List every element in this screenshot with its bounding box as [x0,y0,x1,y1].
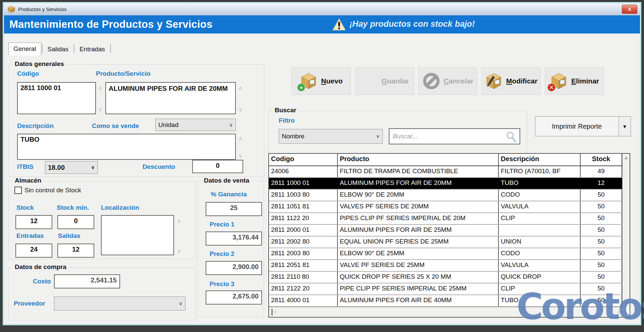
itbis-dropdown[interactable]: 18.00 ∨ [45,161,98,174]
close-button[interactable]: X [622,5,637,14]
spinner-up-icon[interactable]: ∧ [97,85,104,91]
cell-descripcion: TUBO [499,178,581,189]
column-header-2[interactable]: Descripción [499,154,581,165]
spinner-down-icon[interactable]: ∨ [175,248,183,254]
table-row[interactable]: 2811 2003 80ELBOW 90° DE 25MMCODO50 [269,248,622,260]
spinner-up-icon[interactable]: ∧ [237,85,244,91]
eliminar-button[interactable]: ✕ Eliminar [545,67,604,95]
cell-codigo: 2811 2051 81 [269,260,338,271]
stock-min-input[interactable]: 0 [57,215,94,229]
chevron-down-icon: ∨ [91,164,95,171]
precio2-input[interactable]: 2,900.00 [206,261,262,275]
table-row[interactable]: 2811 1051 81VALVES PF SERIES DE 20MMVALV… [269,201,622,213]
table-row[interactable]: 2811 2002 80EQUAL UNION PF SERIES DE 25M… [269,237,622,248]
como-se-vende-dropdown[interactable]: Unidad ∨ [155,119,236,131]
box-add-icon: + [300,72,318,90]
cell-codigo: 2811 2110 80 [269,272,338,283]
entradas-input[interactable]: 24 [15,244,52,258]
column-header-1[interactable]: Producto [338,154,499,165]
descripcion-label: Descripción [17,122,54,130]
column-header-0[interactable]: Codigo [269,154,338,165]
cell-codigo: 2811 2003 80 [269,248,338,259]
filtro-dropdown[interactable]: Nombre ∨ [279,129,383,144]
tab-entradas[interactable]: Entradas [75,43,110,56]
print-dropdown-arrow[interactable]: ▼ [619,117,631,136]
sin-control-label: Sin control de Stock [24,187,81,194]
itbis-label: ITBIS [17,163,34,171]
producto-input[interactable]: ALUMINUM PIPES FOR AIR DE 20MM [105,82,236,114]
spinner-down-icon[interactable]: ∨ [237,153,244,159]
sin-control-checkbox[interactable] [14,187,22,194]
descuento-input[interactable]: 0 [192,160,243,173]
vertical-scrollbar[interactable]: ∧ ∨ [622,154,630,307]
spinner-down-icon[interactable]: ∨ [97,107,104,113]
descripcion-input[interactable]: TUBO [17,134,236,160]
table-row[interactable]: 2811 1000 01ALUMINUM PIPES FOR AIR DE 20… [269,178,622,190]
tab-separator [42,44,42,53]
stock-input[interactable]: 12 [15,215,52,229]
chevron-down-icon: ∨ [229,122,233,128]
app-box-icon [7,6,15,13]
table-row[interactable]: 2811 2110 80QUICK DROP PF SERIES 25 X 20… [269,272,622,283]
producto-label: Producto/Servicio [96,70,151,77]
tab-salidas[interactable]: Salidas [43,43,73,56]
table-row[interactable]: 2811 1122 20PIPES CLIP PF SERIES IMPERIA… [269,213,622,225]
scroll-up-icon[interactable]: ∧ [624,155,628,160]
precio3-input[interactable]: 2,675.00 [206,290,262,305]
modificar-button[interactable]: Modificar [481,67,541,95]
precio1-input[interactable]: 3,176.44 [206,231,262,246]
costo-input[interactable]: 2,541.15 [54,274,120,288]
table-row[interactable]: 2811 2000 01ALUMINUM PIPES FOR AIR DE 25… [269,225,622,237]
spinner-up-icon[interactable]: ∧ [237,136,244,141]
cancelar-button[interactable]: Cancelar [418,67,478,95]
codigo-label: Código [17,70,39,77]
guardar-button[interactable]: Guardar [355,67,414,95]
search-input[interactable] [389,128,520,144]
cell-producto: ALUMINUM PIPES FOR AIR DE 25MM [338,225,499,236]
search-icon[interactable] [505,131,517,142]
column-header-3[interactable]: Stock [581,154,622,165]
low-stock-alert: ¡Hay productos con stock bajo! [350,19,475,29]
modificar-label: Modificar [506,77,537,85]
proveedor-dropdown[interactable]: ∨ [54,296,185,311]
table-row[interactable]: 24006FILTRO DE TRAMPA DE COMBUSTIBLEFILT… [269,166,622,178]
cell-producto: FILTRO DE TRAMPA DE COMBUSTIBLE [338,166,499,177]
salidas-input[interactable]: 12 [57,244,94,258]
plus-badge-icon: + [297,83,305,91]
imprimir-reporte-button[interactable]: Imprimir Reporte ▼ [535,116,631,136]
localizacion-input[interactable] [101,215,174,255]
cell-codigo: 2811 2000 01 [269,225,338,236]
cell-producto: ALUMINUM PIPES FOR AIR DE 20MM [338,178,499,189]
datos-compra-group: Datos de compra Costo 2,541.15 Proveedor… [8,267,196,320]
title-bar[interactable]: Productos y Servicios X [4,3,640,15]
cell-codigo: 24006 [269,166,338,177]
ganancia-input[interactable]: 25 [206,202,262,216]
cell-stock: 12 [581,178,622,189]
guardar-label: Guardar [381,77,409,85]
cell-descripcion: VALVULA [499,260,581,271]
cell-producto: ELBOW 90° DE 20MM [338,190,499,201]
tab-general[interactable]: General [8,43,41,56]
cell-stock: 50 [581,272,622,283]
nuevo-label: Nuevo [321,77,342,85]
box-edit-icon [485,72,503,90]
table-row[interactable]: 2811 1003 80ELBOW 90° DE 20MMCODO50 [269,190,622,201]
cell-producto: PIPES CLIP PF SERIES IMPERIAL DE 20M [338,213,499,224]
codigo-input[interactable]: 2811 1000 01 [17,82,96,114]
precio2-label: Precio 2 [210,250,234,258]
cancelar-label: Cancelar [444,77,474,85]
cell-descripcion: QUICK DROP [499,272,581,283]
spinner-down-icon[interactable]: ∨ [237,107,244,113]
spinner-up-icon[interactable]: ∧ [175,218,183,224]
page-title: Mantenimiento de Productos y Servicios [9,18,212,30]
scroll-left-icon[interactable]: ‹ [272,309,276,316]
header-banner: Mantenimiento de Productos y Servicios ¡… [4,15,640,34]
proveedor-label: Proveedor [14,300,45,307]
table-row[interactable]: 2811 2051 81VALVE PF SERIES DE 25MMVALVU… [269,260,622,272]
window-title: Productos y Servicios [18,6,66,12]
como-se-vende-value: Unidad [158,121,178,129]
almacen-title: Almacén [13,177,43,184]
nuevo-button[interactable]: + Nuevo [291,67,351,95]
cell-stock: 50 [581,201,622,212]
cell-producto: VALVE PF SERIES DE 25MM [338,260,499,271]
